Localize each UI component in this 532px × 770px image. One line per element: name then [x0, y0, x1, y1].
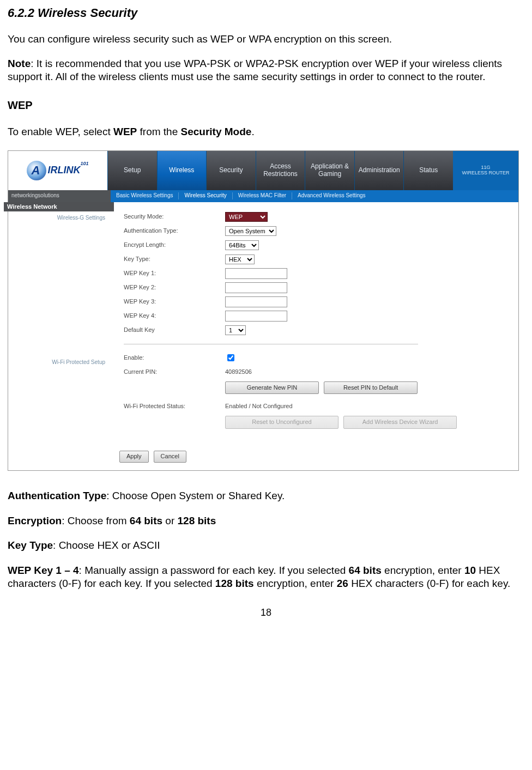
wps-status-label: Wi-Fi Protected Status:: [124, 403, 225, 410]
side-label-wps: Wi-Fi Protected Setup: [8, 359, 107, 366]
auth-text: : Choose Open System or Shared Key.: [106, 490, 285, 501]
key-type-select[interactable]: HEX: [225, 254, 255, 264]
side-title: Wireless Network: [4, 202, 114, 212]
wk-b1: 64 bits: [349, 565, 382, 576]
tab-status[interactable]: Status: [403, 151, 453, 190]
wep-mid2: from the: [137, 126, 180, 137]
subtab-advanced[interactable]: Advanced Wireless Settings: [292, 192, 518, 199]
logo-area: IRLINK101: [8, 151, 107, 190]
key-text: : Choose HEX or ASCII: [53, 539, 160, 551]
subtab-wireless-security[interactable]: Wireless Security: [179, 192, 232, 199]
main-tabs: Setup Wireless Security Access Restricti…: [107, 151, 453, 190]
enc-b1: 64 bits: [130, 515, 162, 526]
key-type-label: Key Type:: [124, 256, 225, 263]
enc-label: Encryption: [8, 515, 62, 526]
auth-type-paragraph: Authentication Type: Choose Open System …: [8, 489, 524, 502]
wep-key-1-input[interactable]: [225, 268, 287, 279]
wep-key-2-input[interactable]: [225, 282, 287, 293]
enc-b2: 128 bits: [178, 515, 216, 526]
router-screenshot: IRLINK101 Setup Wireless Security Access…: [8, 150, 519, 471]
side-column: Wireless Network Wireless-G Settings Wi-…: [8, 202, 112, 446]
encryption-paragraph: Encryption: Choose from 64 bits or 128 b…: [8, 514, 524, 528]
cancel-button[interactable]: Cancel: [154, 451, 186, 463]
wep-key-paragraph: WEP Key 1 – 4: Manually assign a passwor…: [8, 564, 524, 590]
wep-bold1: WEP: [113, 126, 137, 137]
wk-t2: encryption, enter: [382, 565, 464, 576]
key-label: Key Type: [8, 539, 53, 551]
default-key-select[interactable]: 1: [225, 325, 246, 335]
note-label: Note: [8, 58, 31, 69]
router-header: IRLINK101 Setup Wireless Security Access…: [8, 151, 518, 190]
product-badge: 11G WIRELESS ROUTER: [453, 151, 518, 190]
enc-or: or: [162, 515, 177, 526]
brand-sub: 101: [80, 161, 88, 166]
note-text: : It is recommended that you use WPA-PSK…: [8, 58, 502, 82]
tab-application-gaming[interactable]: Application & Gaming: [305, 151, 354, 190]
intro-paragraph: You can configure wireless security such…: [8, 33, 524, 46]
page-number: 18: [8, 607, 524, 619]
section-heading: 6.2.2 Wireless Security: [8, 5, 524, 21]
action-bar: Apply Cancel: [8, 445, 518, 470]
current-pin-label: Current PIN:: [124, 368, 225, 376]
tab-security[interactable]: Security: [206, 151, 256, 190]
wep-key-2-label: WEP Key 2:: [124, 284, 225, 292]
wk-b4: 26: [337, 578, 348, 589]
sub-nav: Basic Wireless Settings Wireless Securit…: [111, 190, 518, 202]
encrypt-length-label: Encrypt Length:: [124, 241, 225, 249]
note-paragraph: Note: It is recommended that you use WPA…: [8, 57, 524, 83]
auth-label: Authentication Type: [8, 490, 106, 501]
wk-b2: 10: [464, 565, 476, 576]
badge-line2: WIRELESS ROUTER: [462, 171, 509, 176]
wep-bold2: Security Mode: [181, 126, 252, 137]
generate-pin-button[interactable]: Generate New PIN: [225, 381, 319, 395]
separator: [124, 344, 418, 344]
tab-administration[interactable]: Administration: [354, 151, 404, 190]
wep-pre: To enable WEP, select: [8, 126, 113, 137]
wep-key-4-input[interactable]: [225, 311, 287, 322]
wps-status-value: Enabled / Not Configured: [225, 403, 293, 410]
wep-heading: WEP: [8, 99, 524, 112]
brand-text: IRLINK: [47, 164, 80, 175]
wk-label: WEP Key 1 – 4: [8, 565, 79, 576]
apply-button[interactable]: Apply: [119, 451, 149, 463]
wk-t5: HEX characters (0-F) for each key.: [348, 578, 510, 589]
auth-type-select[interactable]: Open System: [225, 226, 276, 236]
default-key-label: Default Key: [124, 326, 225, 334]
pin-button-row: Generate New PIN Reset PIN to Default: [124, 381, 507, 395]
wk-t4: encryption, enter: [254, 578, 337, 589]
form-column: Security Mode: WEP Authentication Type: …: [112, 202, 518, 446]
tab-wireless[interactable]: Wireless: [157, 151, 207, 190]
wk-b3: 128 bits: [215, 578, 254, 589]
wep-end: .: [251, 126, 254, 137]
reset-pin-button[interactable]: Reset PIN to Default: [324, 381, 418, 395]
reset-unconfigured-button[interactable]: Reset to Unconfigured: [225, 416, 338, 429]
wps-enable-checkbox[interactable]: [227, 354, 234, 361]
encrypt-length-select[interactable]: 64Bits: [225, 240, 259, 250]
tab-setup[interactable]: Setup: [107, 151, 157, 190]
subtab-basic[interactable]: Basic Wireless Settings: [111, 192, 179, 199]
logo-icon: [27, 161, 46, 180]
wk-t1: : Manually assign a password for each ke…: [79, 565, 349, 576]
wep-key-4-label: WEP Key 4:: [124, 312, 225, 320]
key-type-paragraph: Key Type: Choose HEX or ASCII: [8, 539, 524, 552]
wep-key-3-label: WEP Key 3:: [124, 298, 225, 306]
current-pin-value: 40892506: [225, 368, 252, 376]
tab-access-restrictions[interactable]: Access Restrictions: [256, 151, 305, 190]
wps-enable-label: Enable:: [124, 354, 225, 362]
wep-key-1-label: WEP Key 1:: [124, 270, 225, 277]
wps-button-row: Reset to Unconfigured Add Wireless Devic…: [124, 416, 507, 429]
content-row: Wireless Network Wireless-G Settings Wi-…: [8, 202, 518, 446]
wep-enable-line: To enable WEP, select WEP from the Secur…: [8, 125, 524, 138]
tagline: networkingsolutions: [8, 190, 111, 202]
security-mode-select[interactable]: WEP: [225, 212, 268, 222]
security-mode-label: Security Mode:: [124, 213, 225, 221]
add-device-wizard-button[interactable]: Add Wireless Device Wizard: [343, 416, 457, 429]
enc-t1: : Choose from: [62, 515, 130, 526]
brand-logo: IRLINK101: [27, 161, 88, 180]
sub-nav-row: networkingsolutions Basic Wireless Setti…: [8, 190, 518, 202]
subtab-mac-filter[interactable]: Wireless MAC Filter: [233, 192, 292, 199]
wep-key-3-input[interactable]: [225, 296, 287, 307]
auth-type-label: Authentication Type:: [124, 227, 225, 235]
side-label-wireless-g: Wireless-G Settings: [8, 215, 107, 222]
